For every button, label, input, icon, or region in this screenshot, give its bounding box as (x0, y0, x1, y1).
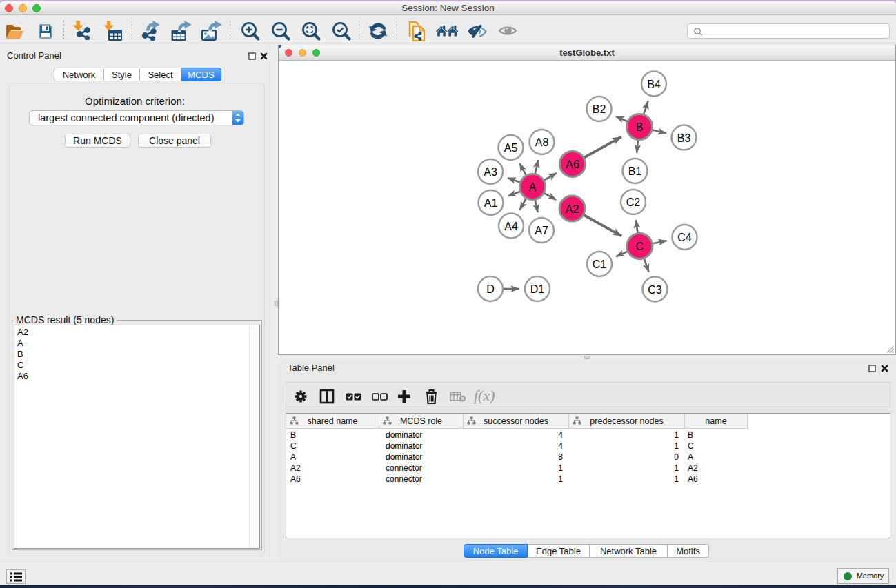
svg-text:A7: A7 (535, 225, 548, 236)
svg-text:C2: C2 (626, 196, 641, 208)
svg-text:C1: C1 (593, 258, 607, 270)
svg-text:B4: B4 (647, 78, 661, 90)
svg-text:B: B (636, 121, 644, 133)
svg-text:C3: C3 (648, 283, 662, 295)
svg-text:D: D (486, 283, 495, 295)
svg-text:C: C (636, 241, 644, 252)
svg-text:B2: B2 (593, 103, 606, 115)
svg-text:C4: C4 (677, 232, 692, 243)
svg-text:A5: A5 (504, 142, 518, 154)
svg-text:D1: D1 (530, 283, 545, 295)
svg-text:B3: B3 (677, 132, 691, 143)
svg-text:A: A (529, 181, 537, 193)
svg-text:A6: A6 (566, 159, 579, 170)
svg-text:A4: A4 (504, 220, 518, 232)
svg-text:A3: A3 (484, 166, 497, 178)
svg-text:A1: A1 (484, 197, 498, 209)
svg-text:B1: B1 (628, 165, 642, 177)
svg-text:A8: A8 (535, 136, 549, 148)
svg-text:A2: A2 (566, 203, 579, 214)
